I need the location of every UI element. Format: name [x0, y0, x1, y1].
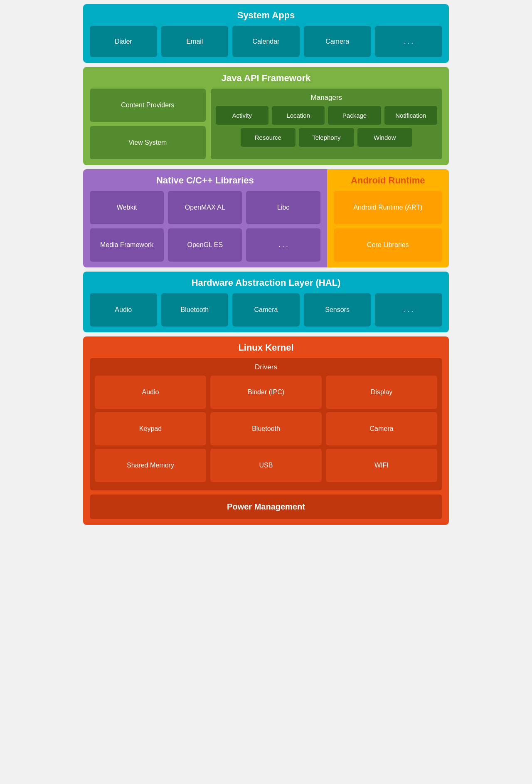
- drivers-row-3: Shared Memory USB WIFI: [95, 449, 437, 482]
- hal-cells: Audio Bluetooth Camera Sensors . . .: [90, 293, 442, 326]
- list-item: Media Framework: [90, 228, 164, 262]
- java-api-title: Java API Framework: [90, 73, 442, 84]
- list-item: Core Libraries: [334, 228, 442, 262]
- list-item: Sensors: [304, 293, 371, 326]
- system-apps-cells: Dialer Email Calendar Camera . . .: [90, 26, 442, 57]
- drivers-row-2: Keypad Bluetooth Camera: [95, 412, 437, 445]
- list-item: Calendar: [232, 26, 300, 57]
- android-runtime-cells: Android Runtime (ART) Core Libraries: [334, 191, 442, 262]
- list-item: . . .: [375, 293, 442, 326]
- list-item: Shared Memory: [95, 449, 206, 482]
- list-item: Display: [326, 376, 437, 409]
- native-libs-layer: Native C/C++ Libraries Webkit OpenMAX AL…: [83, 169, 327, 267]
- java-api-inner: Content Providers View System Managers A…: [90, 89, 442, 159]
- list-item: Notification: [384, 106, 437, 125]
- list-item: USB: [210, 449, 322, 482]
- list-item: Audio: [90, 293, 157, 326]
- list-item: WIFI: [326, 449, 437, 482]
- linux-kernel-title: Linux Kernel: [90, 342, 442, 353]
- drivers-section: Drivers Audio Binder (IPC) Display Keypa…: [90, 358, 442, 490]
- list-item: OpenMAX AL: [168, 191, 242, 224]
- drivers-title: Drivers: [95, 363, 437, 371]
- list-item: . . .: [375, 26, 442, 57]
- linux-kernel-layer: Linux Kernel Drivers Audio Binder (IPC) …: [83, 336, 449, 525]
- view-system-cell: View System: [90, 126, 206, 159]
- list-item: Camera: [304, 26, 371, 57]
- native-libs-cells: Webkit OpenMAX AL Libc Media Framework O…: [90, 191, 320, 262]
- java-api-left: Content Providers View System: [90, 89, 206, 159]
- list-item: Bluetooth: [161, 293, 229, 326]
- system-apps-layer: System Apps Dialer Email Calendar Camera…: [83, 4, 449, 63]
- list-item: Window: [357, 128, 412, 147]
- list-item: OpenGL ES: [168, 228, 242, 262]
- hal-layer: Hardware Abstraction Layer (HAL) Audio B…: [83, 272, 449, 332]
- list-item: Keypad: [95, 412, 206, 445]
- middle-row: Native C/C++ Libraries Webkit OpenMAX AL…: [83, 169, 449, 267]
- list-item: Webkit: [90, 191, 164, 224]
- managers-section: Managers Activity Location Package Notif…: [211, 89, 442, 159]
- list-item: Libc: [246, 191, 320, 224]
- list-item: Package: [328, 106, 381, 125]
- list-item: Resource: [241, 128, 296, 147]
- list-item: Binder (IPC): [210, 376, 322, 409]
- list-item: Dialer: [90, 26, 157, 57]
- drivers-row-1: Audio Binder (IPC) Display: [95, 376, 437, 409]
- list-item: Android Runtime (ART): [334, 191, 442, 224]
- content-providers-cell: Content Providers: [90, 89, 206, 122]
- android-runtime-layer: Android Runtime Android Runtime (ART) Co…: [327, 169, 449, 267]
- list-item: Audio: [95, 376, 206, 409]
- list-item: Email: [161, 26, 229, 57]
- list-item: Camera: [326, 412, 437, 445]
- list-item: Bluetooth: [210, 412, 322, 445]
- list-item: Location: [272, 106, 325, 125]
- android-runtime-title: Android Runtime: [334, 175, 442, 186]
- managers-row2: Resource Telephony Window: [216, 128, 437, 147]
- list-item: Telephony: [299, 128, 354, 147]
- managers-row1: Activity Location Package Notification: [216, 106, 437, 125]
- list-item: Camera: [232, 293, 300, 326]
- system-apps-title: System Apps: [90, 10, 442, 21]
- power-management: Power Management: [90, 495, 442, 519]
- list-item: Activity: [216, 106, 268, 125]
- java-api-layer: Java API Framework Content Providers Vie…: [83, 67, 449, 165]
- hal-title: Hardware Abstraction Layer (HAL): [90, 277, 442, 288]
- list-item: . . .: [246, 228, 320, 262]
- native-libs-title: Native C/C++ Libraries: [90, 175, 320, 186]
- managers-title: Managers: [216, 94, 437, 102]
